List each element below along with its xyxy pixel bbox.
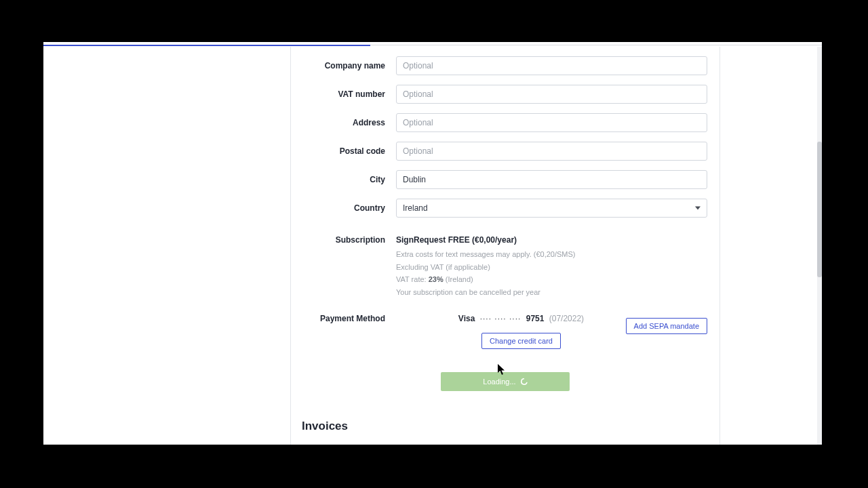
- subscription-cancel: Your subscription can be cancelled per y…: [396, 287, 707, 298]
- scrollbar-thumb[interactable]: [817, 142, 822, 277]
- input-vat[interactable]: [396, 85, 707, 104]
- input-address[interactable]: [396, 113, 707, 132]
- input-postal[interactable]: [396, 142, 707, 161]
- label-country: Country: [291, 203, 396, 213]
- input-company[interactable]: [396, 56, 707, 75]
- subscription-vat: VAT rate: 23% (Ireland): [396, 274, 707, 285]
- subscription-title: SignRequest FREE (€0,00/year): [396, 235, 707, 245]
- payment-body: Visa ···· ···· ···· 9751 (07/2022) Chang…: [396, 314, 707, 349]
- row-city: City: [291, 170, 719, 189]
- subscription-excl: Excluding VAT (if applicable): [396, 262, 707, 273]
- vat-rate: 23%: [429, 275, 443, 283]
- label-vat: VAT number: [291, 89, 396, 99]
- country-select-wrap: Ireland: [396, 199, 707, 218]
- submit-loading-button[interactable]: Loading...: [441, 372, 570, 391]
- spinner-icon: [521, 373, 528, 380]
- row-postal: Postal code: [291, 142, 719, 161]
- label-payment: Payment Method: [291, 314, 396, 323]
- progress-indicator: [43, 45, 370, 46]
- row-subscription: Subscription SignRequest FREE (€0,00/yea…: [291, 235, 719, 299]
- row-company: Company name: [291, 56, 719, 75]
- card-brand: Visa: [458, 314, 475, 323]
- invoices-heading: Invoices: [302, 420, 719, 433]
- row-address: Address: [291, 113, 719, 132]
- card-mask: ···· ···· ····: [480, 314, 521, 323]
- input-city[interactable]: [396, 170, 707, 189]
- add-sepa-button[interactable]: Add SEPA mandate: [626, 318, 707, 334]
- card-expiry: (07/2022): [549, 314, 584, 323]
- vat-country: (Ireland): [443, 275, 473, 283]
- scrollbar-track[interactable]: [817, 47, 822, 445]
- label-postal: Postal code: [291, 146, 396, 156]
- change-card-button[interactable]: Change credit card: [481, 333, 561, 349]
- label-address: Address: [291, 118, 396, 127]
- row-vat: VAT number: [291, 85, 719, 104]
- card-summary: Visa ···· ···· ···· 9751 (07/2022): [423, 314, 619, 323]
- vat-prefix: VAT rate:: [396, 275, 429, 283]
- label-subscription: Subscription: [291, 235, 396, 245]
- app-viewport: Company name VAT number Address Postal c…: [43, 42, 822, 445]
- row-country: Country Ireland: [291, 199, 719, 218]
- subscription-body: SignRequest FREE (€0,00/year) Extra cost…: [396, 235, 707, 299]
- select-country[interactable]: Ireland: [396, 199, 707, 218]
- subscription-extra: Extra costs for text messages may apply.…: [396, 249, 707, 260]
- label-company: Company name: [291, 61, 396, 70]
- row-payment: Payment Method Visa ···· ···· ···· 9751 …: [291, 314, 719, 349]
- loading-label: Loading...: [483, 378, 515, 386]
- card-last4: 9751: [526, 314, 545, 323]
- sepa-cell: Add SEPA mandate: [619, 314, 707, 334]
- card-block: Visa ···· ···· ···· 9751 (07/2022) Chang…: [396, 314, 619, 349]
- label-city: City: [291, 175, 396, 184]
- settings-panel: Company name VAT number Address Postal c…: [290, 47, 720, 445]
